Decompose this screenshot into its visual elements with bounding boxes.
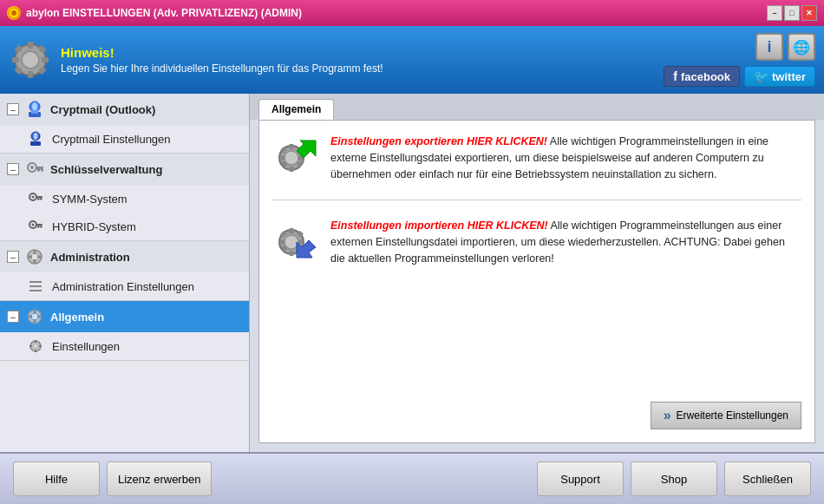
minimize-button[interactable]: – [767,5,782,21]
cryptmail-einstellungen-icon [26,129,45,148]
sidebar-item-hybrid[interactable]: HYBRID-System [0,213,249,240]
lizenz-button[interactable]: Lizenz erwerben [107,461,212,496]
facebook-label: facebook [681,70,730,83]
support-button[interactable]: Support [537,461,624,496]
administration-group-label: Administration [50,251,130,264]
svg-rect-68 [290,228,294,233]
svg-point-17 [34,133,38,140]
advanced-settings-button[interactable]: » Erweiterte Einstellungen [651,402,801,429]
svg-rect-32 [40,226,43,228]
tab-allgemein[interactable]: Allgemein [258,99,334,120]
import-action-row: Einstellungen importieren HIER KLICKEN! … [272,218,801,266]
collapse-allgemein[interactable]: – [7,311,19,323]
divider-1 [272,200,801,200]
import-icon[interactable] [272,218,320,265]
advanced-btn-row: » Erweiterte Einstellungen [272,393,801,429]
svg-rect-28 [37,199,40,200]
symm-icon [26,189,45,208]
symm-label: SYMM-System [52,193,128,206]
svg-point-50 [34,344,38,349]
svg-rect-47 [29,316,32,318]
import-link[interactable]: Einstellungen importieren HIER KLICKEN! [330,219,548,232]
einstellungen-icon [26,337,45,356]
allgemein-group-icon [24,306,45,327]
svg-rect-69 [290,251,294,256]
header-icons: i 🌐 [755,33,815,61]
export-action-text: Einstellungen exportieren HIER KLICKEN! … [330,134,801,182]
top-header: Hinweis! Legen Sie hier Ihre individuell… [0,26,824,94]
svg-point-35 [31,253,38,260]
admin-einstellungen-label: Administration Einstellungen [52,280,194,293]
svg-point-30 [32,224,35,226]
hybrid-label: HYBRID-System [52,220,136,233]
sidebar-group-header-administration[interactable]: – Administration [0,241,249,272]
advanced-btn-label: Erweiterte Einstellungen [677,409,788,422]
sidebar-group-header-schluessel[interactable]: – Schlüsselverwaltung [0,154,249,185]
schluessel-group-label: Schlüsselverwaltung [50,163,162,176]
hilfe-button[interactable]: Hilfe [13,461,100,496]
shop-button[interactable]: Shop [631,461,717,496]
svg-point-44 [31,313,38,320]
svg-rect-22 [41,169,43,172]
maximize-button[interactable]: □ [784,5,800,21]
administration-icon [24,246,45,267]
svg-rect-31 [36,224,43,226]
export-icon[interactable] [272,134,320,181]
svg-rect-18 [30,141,41,146]
header-text: Hinweis! Legen Sie hier Ihre individuell… [61,45,383,75]
sidebar-group-header-allgemein[interactable]: – Allgemein [0,301,249,332]
title-text: abylon EINSTELLUNGEN (Adv. PRIVATLIZENZ)… [26,7,302,19]
sidebar-item-admin-einstellungen[interactable]: Administration Einstellungen [0,272,249,300]
bottom-bar: Hilfe Lizenz erwerben Support Shop Schli… [0,452,824,504]
svg-point-1 [11,10,16,16]
facebook-button[interactable]: f facebook [664,66,740,87]
svg-rect-4 [28,42,33,49]
svg-point-3 [22,51,39,69]
collapse-cryptmail[interactable]: – [7,103,19,115]
svg-rect-53 [29,345,32,347]
svg-rect-15 [31,110,38,114]
svg-rect-39 [37,256,41,259]
globe-button[interactable]: 🌐 [788,33,815,61]
export-link[interactable]: Einstellungen exportieren HIER KLICKEN! [330,135,547,147]
sidebar-item-einstellungen[interactable]: Einstellungen [0,332,249,360]
collapse-schluessel[interactable]: – [7,163,19,175]
svg-rect-21 [36,167,43,169]
twitter-icon: 🐦 [754,69,768,83]
info-button[interactable]: i [755,33,783,61]
einstellungen-label: Einstellungen [52,340,120,353]
header-left: Hinweis! Legen Sie hier Ihre individuell… [9,38,383,82]
svg-rect-58 [290,167,294,172]
sidebar-group-schluessel: – Schlüsselverwaltung [0,154,249,241]
tab-bar: Allgemein [250,94,824,120]
svg-rect-27 [40,199,43,200]
svg-rect-59 [279,156,284,160]
facebook-f-icon: f [673,69,677,83]
close-button[interactable]: ✕ [801,5,817,21]
sidebar-group-header-cryptmail[interactable]: – Cryptmail (Outlook) [0,94,249,125]
svg-rect-45 [34,311,36,314]
hybrid-icon [26,217,45,236]
svg-point-25 [32,196,35,199]
svg-rect-37 [34,259,36,263]
svg-rect-6 [12,57,19,62]
svg-point-20 [30,166,34,169]
admin-einstellungen-icon [26,277,45,296]
sidebar: – Cryptmail (Outlook) [0,94,250,452]
cryptmail-icon [24,99,45,120]
twitter-button[interactable]: 🐦 twitter [744,66,815,87]
export-action-row: Einstellungen exportieren HIER KLICKEN! … [272,134,801,182]
collapse-administration[interactable]: – [7,251,19,263]
svg-rect-23 [37,169,40,172]
app-icon [7,6,21,20]
schliessen-button[interactable]: Schließen [724,461,811,496]
svg-rect-7 [42,57,49,62]
svg-rect-54 [39,345,42,347]
svg-rect-57 [290,144,294,149]
svg-point-13 [32,102,37,111]
sidebar-item-cryptmail-einstellungen[interactable]: Cryptmail Einstellungen [0,125,249,153]
sidebar-item-symm[interactable]: SYMM-System [0,185,249,213]
svg-rect-70 [279,240,284,245]
info-icon: i [767,38,771,56]
chevron-right-icon: » [664,408,671,423]
